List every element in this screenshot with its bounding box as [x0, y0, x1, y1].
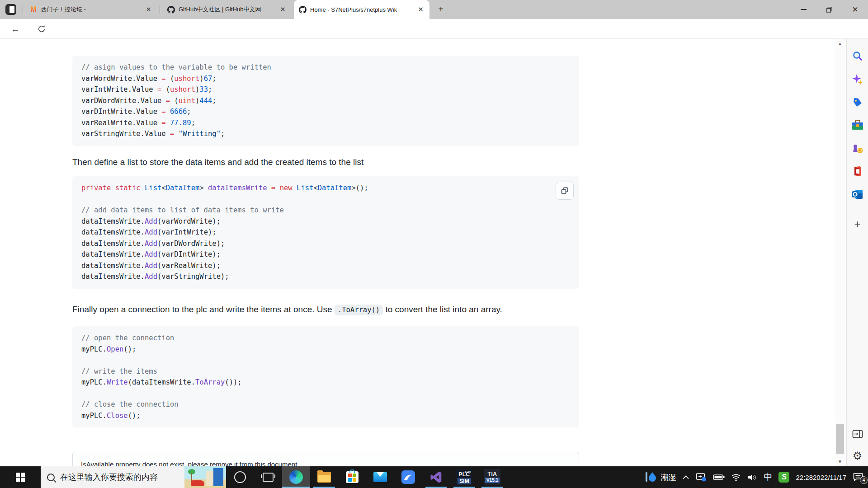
- tab-actions-icon: [9, 6, 14, 13]
- scroll-up-icon[interactable]: ▲: [835, 41, 845, 46]
- footer-note-text: IsAvailable property does not exist, ple…: [81, 460, 297, 466]
- paragraph-open-connection: Finally open a connection to the plc and…: [72, 305, 579, 314]
- scrollbar-thumb[interactable]: [836, 424, 844, 454]
- tray-clock[interactable]: 22:28 2022/11/17: [796, 473, 846, 482]
- tab-close-icon[interactable]: ✕: [144, 5, 153, 14]
- restore-button[interactable]: [816, 0, 842, 19]
- github-favicon: [167, 5, 175, 14]
- tab-close-icon[interactable]: ✕: [416, 5, 425, 14]
- sidebar-add-icon[interactable]: +: [851, 217, 864, 231]
- search-placeholder: 在这里输入你要搜索的内容: [60, 472, 184, 483]
- tab-title: GitHub中文社区 | GitHub中文网: [179, 5, 275, 14]
- paragraph-define-list: Then define a list to store the data ite…: [72, 157, 579, 167]
- taskbar-store[interactable]: [338, 466, 366, 488]
- sidebar-discover-icon[interactable]: [851, 73, 864, 86]
- search-icon: [47, 474, 55, 481]
- start-button[interactable]: [0, 466, 41, 488]
- taskbar-search-box[interactable]: 在这里输入你要搜索的内容: [41, 466, 226, 488]
- taskbar-tia-portal[interactable]: TIA V15.1: [478, 466, 506, 488]
- screen: M 西门子工控论坛 - ✕ GitHub中文社区 | GitHub中文网 ✕ H…: [0, 0, 868, 488]
- tray-time: 22:28: [796, 473, 813, 482]
- minimize-button[interactable]: [791, 0, 816, 19]
- edge-icon: [289, 470, 303, 484]
- back-button[interactable]: ←: [8, 22, 23, 36]
- windows-logo-icon: [16, 473, 25, 482]
- code-block-add-items: private static List<DataItem> dataItemsW…: [72, 176, 579, 289]
- ime-indicator[interactable]: 中: [764, 471, 772, 483]
- sidebar-search-icon[interactable]: [851, 49, 864, 63]
- file-explorer-icon: [317, 472, 331, 483]
- tray-expand-button[interactable]: [682, 475, 689, 480]
- tab-github-cn[interactable]: GitHub中文社区 | GitHub中文网 ✕: [162, 0, 292, 19]
- code-block-open-write-close: // open the connectionmyPLC.Open(); // w…: [72, 326, 579, 427]
- tab-s7netplus-wiki-active[interactable]: Home · S7NetPlus/s7netplus Wik ✕: [294, 0, 429, 19]
- taskbar-file-explorer[interactable]: [310, 466, 338, 488]
- cortana-icon: [234, 471, 246, 483]
- search-highlight-image[interactable]: [184, 466, 226, 488]
- sidebar-shopping-icon[interactable]: [851, 96, 864, 109]
- sidebar-open-panel-icon[interactable]: [851, 427, 864, 441]
- tab-siemens-forum[interactable]: M 西门子工控论坛 - ✕: [25, 0, 157, 19]
- visual-studio-icon: [429, 470, 443, 484]
- plcsim-icon: ADV PLC SIM: [456, 469, 472, 485]
- humidity-icon: [645, 471, 657, 483]
- sidebar-outlook-icon[interactable]: [851, 188, 864, 201]
- sidebar-office-icon[interactable]: [851, 164, 864, 178]
- weather-label: 潮湿: [660, 472, 676, 483]
- tray-volume[interactable]: [747, 474, 757, 481]
- sogou-input-icon[interactable]: S: [778, 472, 789, 483]
- tray-date: 2022/11/17: [813, 473, 846, 482]
- tray-wifi[interactable]: [731, 474, 741, 481]
- copy-code-button[interactable]: [556, 182, 574, 200]
- task-view-button[interactable]: [254, 466, 282, 488]
- store-icon: [346, 471, 359, 483]
- refresh-button[interactable]: [34, 22, 49, 36]
- tray-display-sync[interactable]: [696, 473, 707, 482]
- tab-title: Home · S7NetPlus/s7netplus Wik: [310, 6, 413, 13]
- vertical-scrollbar[interactable]: ▲ ▼: [835, 39, 845, 466]
- speaker-icon: [747, 474, 757, 481]
- tray-battery[interactable]: [713, 474, 725, 480]
- notification-badge: 4: [860, 476, 868, 484]
- paragraph-text: Finally open a connection to the plc and…: [72, 305, 335, 314]
- new-tab-button[interactable]: +: [435, 4, 447, 15]
- chevron-up-icon: [682, 475, 689, 480]
- sidebar-games-icon[interactable]: [851, 142, 864, 155]
- cortana-button[interactable]: [226, 466, 254, 488]
- edge-sidebar: + ⚙: [846, 39, 868, 466]
- github-favicon: [298, 5, 307, 14]
- window-controls: ✕: [791, 0, 868, 19]
- tia-portal-icon: TIA V15.1: [484, 469, 500, 485]
- taskbar-mail[interactable]: [366, 466, 394, 488]
- footer-note-box: IsAvailable property does not exist, ple…: [72, 452, 579, 466]
- wiki-article: // asign values to the variable to be wr…: [72, 39, 579, 466]
- sidebar-settings-icon[interactable]: ⚙: [851, 449, 864, 463]
- display-sync-icon: [696, 473, 707, 482]
- task-view-icon: [263, 473, 274, 482]
- action-center-button[interactable]: 4: [853, 473, 863, 482]
- system-tray: 潮湿 中 S 22:28 2022/11/17: [645, 466, 868, 488]
- battery-icon: [713, 474, 725, 480]
- weather-widget[interactable]: 潮湿: [645, 471, 676, 483]
- browser-tab-strip: M 西门子工控论坛 - ✕ GitHub中文社区 | GitHub中文网 ✕ H…: [0, 0, 868, 19]
- browser-toolbar: ← https://github.com/S7NetPlus/s7netplus…: [0, 19, 868, 39]
- sidebar-tools-icon[interactable]: [851, 118, 864, 132]
- m-favicon: M: [29, 5, 38, 14]
- tab-actions-button[interactable]: [5, 4, 16, 15]
- code-lines: private static List<DataItem> dataItemsW…: [81, 183, 570, 282]
- taskbar-plcsim[interactable]: ADV PLC SIM: [450, 466, 478, 488]
- code-block-assign-values: // asign values to the variable to be wr…: [72, 56, 579, 146]
- wifi-icon: [731, 474, 741, 481]
- scroll-down-icon[interactable]: ▼: [835, 459, 845, 464]
- inline-code-toarray: .ToArray(): [335, 305, 383, 315]
- taskbar-visual-studio[interactable]: [422, 466, 450, 488]
- taskbar-thunder[interactable]: [394, 466, 422, 488]
- taskbar-edge[interactable]: [282, 466, 310, 488]
- mail-icon: [373, 472, 387, 482]
- close-button[interactable]: ✕: [842, 0, 868, 19]
- tab-close-icon[interactable]: ✕: [278, 5, 287, 14]
- tab-separator: [160, 5, 160, 14]
- page-content: // asign values to the variable to be wr…: [0, 39, 868, 466]
- thunder-icon: [401, 470, 415, 484]
- tab-title: 西门子工控论坛 -: [41, 5, 141, 14]
